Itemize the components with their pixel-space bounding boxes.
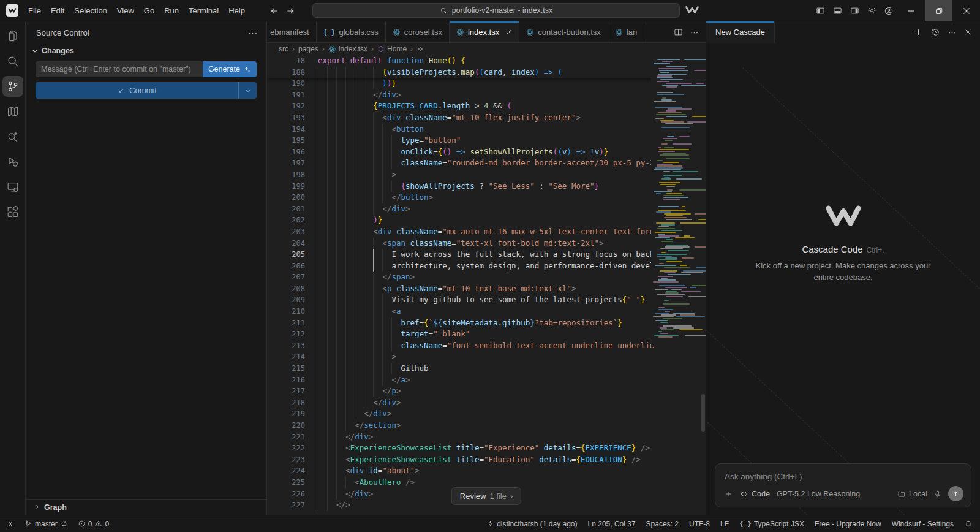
- eol-setting[interactable]: LF: [720, 520, 729, 528]
- code-line-212: 212target="_blank": [267, 329, 706, 340]
- toggle-panel-bottom-icon[interactable]: [829, 0, 846, 21]
- close-panel-icon[interactable]: [964, 28, 972, 36]
- breadcrumb-item[interactable]: index.tsx: [328, 45, 368, 53]
- split-editor-icon[interactable]: [674, 28, 683, 37]
- mic-icon[interactable]: [933, 490, 942, 498]
- toggle-sidebar-right-icon[interactable]: [846, 0, 863, 21]
- line-number: 225: [267, 477, 305, 488]
- activity-map[interactable]: [2, 101, 23, 122]
- mode-selector[interactable]: Code: [740, 490, 770, 498]
- line-number: 220: [267, 420, 305, 431]
- tab-new-cascade[interactable]: New Cascade: [706, 21, 775, 43]
- encoding-setting[interactable]: UTF-8: [689, 520, 710, 528]
- generate-commit-message-button[interactable]: Generate: [203, 61, 257, 77]
- command-center-search[interactable]: portfolio-v2-master - index.tsx: [312, 3, 680, 18]
- menu-go[interactable]: Go: [139, 4, 159, 18]
- code-line-195: 195type="button": [267, 135, 706, 146]
- cascade-history-icon[interactable]: [931, 28, 940, 37]
- menu-help[interactable]: Help: [224, 4, 250, 18]
- menu-file[interactable]: File: [23, 4, 46, 18]
- forward-icon[interactable]: [285, 6, 295, 16]
- activity-explorer[interactable]: [2, 26, 23, 47]
- activity-source-control[interactable]: [2, 76, 23, 97]
- commit-message-input[interactable]: [36, 61, 203, 77]
- location-selector[interactable]: Local: [897, 490, 927, 498]
- cascade-body: Cascade CodeCtrl+. Kick off a new projec…: [706, 43, 980, 515]
- map-icon: [6, 105, 20, 118]
- upgrade-link[interactable]: Free - Upgrade Now: [815, 520, 881, 528]
- more-actions-icon[interactable]: ···: [248, 28, 258, 37]
- blame-indicator[interactable]: distinctharsh (1 day ago): [486, 520, 577, 528]
- commit-dropdown-button[interactable]: [238, 82, 257, 99]
- graph-section-header[interactable]: Graph: [26, 499, 266, 515]
- close-window-button[interactable]: [952, 0, 980, 21]
- tab-ebmanifest[interactable]: ebmanifest: [267, 21, 317, 42]
- menu-edit[interactable]: Edit: [46, 4, 69, 18]
- activity-extensions[interactable]: [2, 202, 23, 222]
- cascade-logo-icon: [824, 203, 862, 228]
- remote-indicator-icon[interactable]: [6, 520, 15, 528]
- menu-selection[interactable]: Selection: [69, 4, 111, 18]
- notifications-bell-icon[interactable]: [964, 520, 973, 528]
- menu-run[interactable]: Run: [159, 4, 184, 18]
- cascade-more-icon[interactable]: ···: [948, 28, 956, 37]
- tab-corosel.tsx[interactable]: corosel.tsx: [386, 21, 450, 42]
- tab-contact-button.tsx[interactable]: contact-button.tsx: [519, 21, 608, 42]
- minimap[interactable]: [651, 55, 706, 347]
- code-editor[interactable]: 18export default function Home() {188{vi…: [267, 55, 706, 515]
- back-icon[interactable]: [270, 6, 279, 16]
- code-line-202: 202)}: [267, 215, 706, 226]
- account-icon[interactable]: [880, 0, 897, 21]
- breadcrumb-item[interactable]: src: [279, 45, 288, 53]
- activity-remote[interactable]: [2, 177, 23, 197]
- cursor-position[interactable]: Ln 205, Col 37: [588, 520, 636, 528]
- code-line-210: 210<a: [267, 306, 706, 317]
- code-line-214: 214>: [267, 351, 706, 363]
- activity-search[interactable]: [2, 51, 23, 72]
- menu-terminal[interactable]: Terminal: [184, 4, 224, 18]
- send-button[interactable]: [948, 486, 963, 501]
- toggle-sidebar-left-icon[interactable]: [812, 0, 829, 21]
- activity-ai-search[interactable]: [2, 126, 23, 147]
- restore-button[interactable]: [925, 0, 952, 21]
- settings-gear-icon[interactable]: [863, 0, 880, 21]
- new-cascade-icon[interactable]: [914, 28, 923, 37]
- minimize-button[interactable]: [897, 0, 925, 21]
- breadcrumb-item[interactable]: pages: [298, 45, 318, 53]
- code-line-222: 222<ExperienceShowcaseList title="Experi…: [267, 443, 706, 454]
- attach-plus-icon[interactable]: [725, 490, 733, 498]
- braces-icon: { }: [739, 520, 752, 528]
- tab-globals.css[interactable]: { }globals.css: [317, 21, 386, 42]
- code-line-18: 18export default function Home() {: [267, 55, 706, 67]
- branch-indicator[interactable]: master: [24, 520, 68, 528]
- language-mode[interactable]: { } TypeScript JSX: [739, 520, 804, 528]
- line-number: 206: [267, 260, 305, 272]
- close-tab-icon[interactable]: [505, 29, 512, 36]
- tab-lan[interactable]: lan: [608, 21, 644, 42]
- model-selector[interactable]: GPT-5.2 Low Reasoning: [777, 490, 860, 498]
- commit-button[interactable]: Commit: [36, 82, 257, 99]
- line-number: 18: [267, 55, 305, 67]
- titlebar-controls: [812, 0, 980, 21]
- windsurf-settings-link[interactable]: Windsurf - Settings: [892, 520, 954, 528]
- review-files-button[interactable]: Review 1 file ›: [451, 487, 521, 505]
- code-line-204: 204<span className="text-xl font-bold md…: [267, 238, 706, 249]
- code-line-199: 199{showAllProjects ? "See Less" : "See …: [267, 181, 706, 192]
- menu-view[interactable]: View: [112, 4, 139, 18]
- cascade-input[interactable]: Ask anything (Ctrl+L) Code GPT-5.2 Low R…: [715, 463, 971, 507]
- problems-indicator[interactable]: 0 0: [78, 520, 109, 528]
- changes-section-header[interactable]: Changes: [26, 44, 266, 58]
- code-brackets-icon: [740, 490, 748, 498]
- explorer-icon: [6, 29, 20, 43]
- sync-icon: [60, 520, 68, 528]
- breadcrumb-item[interactable]: [417, 45, 424, 53]
- activity-debug[interactable]: [2, 151, 23, 172]
- tab-index.tsx[interactable]: index.tsx: [450, 21, 519, 42]
- editor-more-actions-icon[interactable]: ···: [690, 28, 698, 37]
- editor-scrollbar[interactable]: [701, 394, 705, 432]
- line-number: 193: [267, 112, 305, 124]
- react-icon: [456, 28, 464, 36]
- indentation-setting[interactable]: Spaces: 2: [646, 520, 679, 528]
- breadcrumb-item[interactable]: Home: [377, 45, 407, 53]
- braces-icon: { }: [323, 28, 336, 36]
